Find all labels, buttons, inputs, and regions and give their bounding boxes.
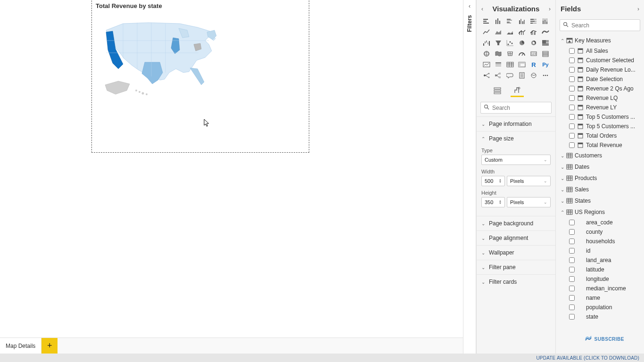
update-available-link[interactable]: UPDATE AVAILABLE (CLICK TO DOWNLOAD) bbox=[536, 355, 639, 361]
page-tab[interactable]: Map Details bbox=[0, 338, 41, 354]
field-group-header[interactable]: ⌄Products bbox=[559, 173, 641, 184]
decomposition-tree-icon[interactable] bbox=[493, 71, 504, 80]
field-item[interactable]: Customer Selected bbox=[559, 56, 641, 65]
field-checkbox[interactable] bbox=[569, 105, 575, 110]
filters-pane-collapsed[interactable]: ‹ Filters bbox=[463, 0, 476, 362]
field-item[interactable]: id bbox=[559, 246, 641, 255]
fields-search-box[interactable] bbox=[560, 19, 640, 31]
expand-filters-icon[interactable]: ‹ bbox=[469, 3, 471, 9]
field-checkbox[interactable] bbox=[569, 58, 575, 63]
field-item[interactable]: area_code bbox=[559, 218, 641, 227]
width-unit-select[interactable]: Pixels ⌄ bbox=[507, 176, 551, 186]
field-group-header[interactable]: ⌄Dates bbox=[559, 161, 641, 173]
stacked-column-icon[interactable] bbox=[493, 16, 504, 26]
scatter-icon[interactable] bbox=[505, 38, 515, 48]
hundred-stacked-column-icon[interactable] bbox=[540, 16, 551, 26]
field-item[interactable]: population bbox=[559, 303, 641, 312]
kpi-icon[interactable] bbox=[481, 60, 492, 69]
map-visual-frame[interactable]: Total Revenue by state bbox=[91, 0, 309, 153]
add-page-button[interactable]: + bbox=[41, 338, 58, 354]
status-bar[interactable]: UPDATE AVAILABLE (CLICK TO DOWNLOAD) bbox=[0, 354, 644, 362]
gauge-icon[interactable] bbox=[517, 49, 527, 58]
field-group-header[interactable]: ⌃US Regions bbox=[559, 206, 641, 218]
height-unit-select[interactable]: Pixels ⌄ bbox=[507, 197, 551, 207]
paginated-report-icon[interactable] bbox=[517, 71, 527, 80]
field-checkbox[interactable] bbox=[569, 229, 575, 235]
field-checkbox[interactable] bbox=[569, 295, 575, 301]
hundred-stacked-bar-icon[interactable] bbox=[528, 16, 539, 26]
stacked-area-icon[interactable] bbox=[505, 27, 515, 37]
field-checkbox[interactable] bbox=[569, 86, 575, 91]
funnel-icon[interactable] bbox=[493, 38, 504, 48]
page-information-section[interactable]: ⌄ Page information bbox=[477, 117, 555, 131]
field-item[interactable]: Top 5 Customers ... bbox=[559, 122, 641, 131]
field-checkbox[interactable] bbox=[569, 239, 575, 244]
waterfall-icon[interactable] bbox=[481, 38, 492, 48]
field-checkbox[interactable] bbox=[569, 48, 575, 54]
donut-icon[interactable] bbox=[528, 38, 539, 48]
height-input[interactable]: 350 ▲▼ bbox=[481, 197, 505, 207]
field-checkbox[interactable] bbox=[569, 304, 575, 310]
r-visual-icon[interactable]: R bbox=[528, 60, 539, 69]
field-item[interactable]: households bbox=[559, 237, 641, 246]
page-alignment-section[interactable]: ⌄Page alignment bbox=[477, 231, 555, 245]
stacked-bar-icon[interactable] bbox=[481, 16, 492, 26]
field-checkbox[interactable] bbox=[569, 133, 575, 139]
us-choropleth-map[interactable] bbox=[99, 13, 222, 98]
key-influencers-icon[interactable] bbox=[481, 71, 492, 80]
area-chart-icon[interactable] bbox=[493, 27, 504, 37]
field-checkbox[interactable] bbox=[569, 267, 575, 272]
field-checkbox[interactable] bbox=[569, 76, 575, 82]
clustered-column-icon[interactable] bbox=[517, 16, 527, 26]
field-item[interactable]: median_income bbox=[559, 284, 641, 293]
viz-collapse-left-icon[interactable]: ‹ bbox=[481, 6, 483, 12]
line-stacked-column-icon[interactable] bbox=[517, 27, 527, 37]
arcgis-icon[interactable] bbox=[528, 71, 539, 80]
field-item[interactable]: Top 5 Customers ... bbox=[559, 112, 641, 122]
format-mode-tab[interactable] bbox=[511, 85, 524, 97]
fields-collapse-icon[interactable]: › bbox=[637, 6, 639, 12]
width-input[interactable]: 500 ▲▼ bbox=[481, 176, 505, 186]
field-item[interactable]: name bbox=[559, 293, 641, 303]
map-icon[interactable] bbox=[481, 49, 492, 58]
card-icon[interactable]: 123 bbox=[528, 49, 539, 58]
field-item[interactable]: longitude bbox=[559, 274, 641, 284]
page-background-section[interactable]: ⌄Page background bbox=[477, 216, 555, 230]
ribbon-chart-icon[interactable] bbox=[540, 27, 551, 37]
wallpaper-section[interactable]: ⌄Wallpaper bbox=[477, 246, 555, 260]
field-item[interactable]: Total Orders bbox=[559, 131, 641, 140]
field-group-header[interactable]: ⌄States bbox=[559, 195, 641, 206]
field-checkbox[interactable] bbox=[569, 314, 575, 320]
field-checkbox[interactable] bbox=[569, 142, 575, 148]
field-checkbox[interactable] bbox=[569, 67, 575, 73]
qa-visual-icon[interactable] bbox=[505, 71, 515, 80]
line-chart-icon[interactable] bbox=[481, 27, 492, 37]
field-item[interactable]: Total Revenue bbox=[559, 140, 641, 150]
field-item[interactable]: state bbox=[559, 312, 641, 321]
more-visuals-icon[interactable] bbox=[540, 71, 551, 80]
field-group-header[interactable]: ⌄Sales bbox=[559, 184, 641, 195]
field-item[interactable]: Revenue LQ bbox=[559, 93, 641, 103]
report-canvas[interactable]: Total Revenue by state bbox=[0, 0, 463, 362]
field-item[interactable]: land_area bbox=[559, 255, 641, 265]
field-checkbox[interactable] bbox=[569, 276, 575, 282]
table-icon[interactable] bbox=[505, 60, 515, 69]
viz-search-box[interactable] bbox=[480, 102, 552, 114]
shape-map-icon[interactable] bbox=[505, 49, 515, 58]
clustered-bar-icon[interactable] bbox=[505, 16, 515, 26]
filter-pane-section[interactable]: ⌄Filter pane bbox=[477, 260, 555, 274]
field-item[interactable]: Daily Revenue Lo... bbox=[559, 65, 641, 74]
spinner-icon[interactable]: ▲▼ bbox=[499, 200, 502, 205]
page-size-section[interactable]: ⌃ Page size bbox=[477, 132, 555, 146]
filled-map-icon[interactable] bbox=[493, 49, 504, 58]
field-group-header[interactable]: ⌃Key Measures bbox=[559, 35, 641, 46]
field-item[interactable]: Revenue LY bbox=[559, 103, 641, 112]
spinner-icon[interactable]: ▲▼ bbox=[499, 179, 502, 183]
pie-icon[interactable] bbox=[517, 38, 527, 48]
field-group-header[interactable]: ⌄Customers bbox=[559, 150, 641, 161]
multi-row-card-icon[interactable] bbox=[540, 49, 551, 58]
field-checkbox[interactable] bbox=[569, 220, 575, 225]
viz-search-input[interactable] bbox=[492, 105, 555, 111]
slicer-icon[interactable] bbox=[493, 60, 504, 69]
field-checkbox[interactable] bbox=[569, 114, 575, 120]
